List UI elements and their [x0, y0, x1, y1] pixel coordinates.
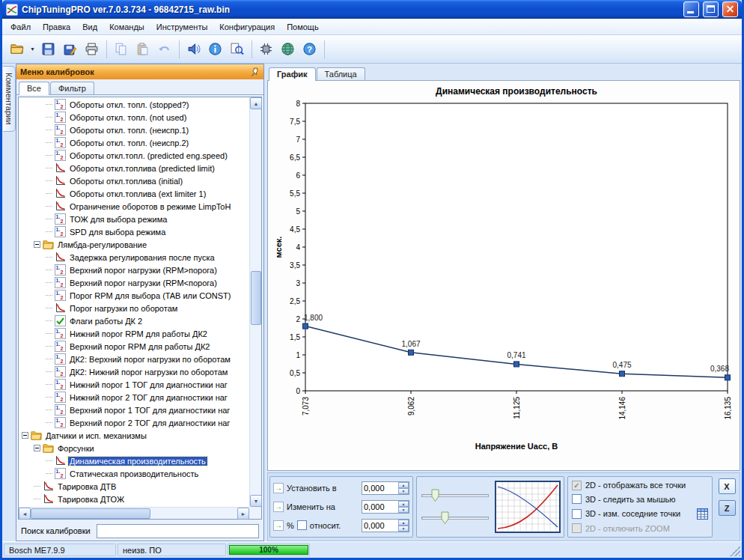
save-button[interactable] — [38, 39, 59, 60]
menu-item-0[interactable]: Файл — [4, 20, 37, 34]
relative-value-input[interactable] — [362, 520, 398, 532]
tree-item[interactable]: Ограничение оборотов в режиме LimpToH — [19, 200, 249, 213]
point-slider-2[interactable] — [420, 510, 490, 526]
tree-item[interactable]: Обороты откл.топлива (initial) — [19, 174, 249, 187]
point-slider-1[interactable] — [420, 487, 490, 504]
save-edit-button[interactable] — [60, 39, 81, 60]
calib-tab-1[interactable]: Фильтр — [50, 82, 94, 94]
tree-item[interactable]: 1.2Нижний порог RPM для работы ДК2 — [19, 327, 249, 340]
checkbox[interactable]: ✓ — [572, 481, 582, 490]
scrollbar-track[interactable] — [31, 508, 237, 519]
calibration-search-input[interactable] — [97, 524, 259, 538]
tree-item[interactable]: 1.2ТОЖ для выбора режима — [19, 213, 249, 225]
spin-up-icon[interactable]: ▲ — [398, 482, 409, 488]
tree-item[interactable]: Тарировка ДТВ — [19, 480, 249, 493]
curve-preview[interactable] — [495, 481, 561, 533]
spin-down-icon[interactable]: ▼ — [398, 526, 409, 532]
print-button[interactable] — [82, 39, 103, 60]
tree-item[interactable]: 1.2Обороты откл.топл. (predicted eng.spe… — [19, 149, 249, 162]
tree-item[interactable]: 1.2Нижний порог 1 ТОГ для диагностики на… — [19, 378, 249, 391]
slider-track[interactable] — [421, 517, 489, 520]
open-dropdown-icon[interactable]: ▼ — [28, 46, 37, 52]
menu-item-6[interactable]: Помощь — [281, 20, 325, 34]
slider-thumb[interactable] — [431, 489, 439, 502]
scroll-left-icon[interactable]: ◄ — [19, 508, 31, 520]
tree-horizontal-scrollbar[interactable]: ◄ ► — [19, 507, 249, 519]
tree-item[interactable]: 1.2Верхний порог RPM для работы ДК2 — [19, 340, 249, 353]
set-value-input[interactable] — [362, 482, 398, 494]
chart-area[interactable]: Динамическая производительность00,511,52… — [267, 80, 740, 471]
calib-tab-0[interactable]: Все — [19, 82, 49, 95]
tree-item[interactable]: Датчики и исп. механизмы — [19, 429, 249, 442]
resize-grip[interactable] — [730, 546, 740, 556]
spin-up-icon[interactable]: ▲ — [398, 501, 409, 507]
performance-chart[interactable]: Динамическая производительность00,511,52… — [268, 81, 740, 470]
open-button[interactable] — [6, 39, 27, 60]
menu-item-1[interactable]: Правка — [37, 20, 76, 34]
checkbox[interactable] — [572, 509, 582, 519]
tree-item[interactable]: 1.2Верхний порог 2 ТОГ для диагностики н… — [19, 416, 249, 429]
checksum-button[interactable] — [183, 39, 204, 60]
internet-button[interactable] — [278, 39, 299, 60]
tree-expander-icon[interactable] — [34, 241, 40, 248]
tree-expander-icon[interactable] — [34, 445, 40, 451]
tree-item[interactable]: Тарировка ДТОЖ — [19, 493, 249, 505]
tree-item[interactable]: 1.2Обороты откл. топл. (stopped?) — [19, 98, 249, 111]
close-button[interactable] — [722, 1, 738, 17]
tree-item[interactable]: 1.2Порог RPM для выбора (TAB или CONST) — [19, 289, 249, 302]
spin-down-icon[interactable]: ▼ — [398, 488, 409, 494]
scrollbar-thumb[interactable] — [31, 508, 150, 519]
tree-item[interactable]: 1.2Нижний порог 2 ТОГ для диагностики на… — [19, 391, 249, 404]
tree-item[interactable]: Задержка регулирования после пуска — [19, 251, 249, 264]
slider-thumb[interactable] — [441, 511, 449, 525]
paste-button[interactable] — [132, 39, 153, 60]
tree-item[interactable]: Обороты откл.топлива (predicted limit) — [19, 162, 249, 174]
menu-item-3[interactable]: Команды — [103, 20, 150, 34]
undo-button[interactable] — [154, 39, 175, 60]
tree-item[interactable]: Форсунки — [19, 442, 249, 454]
comments-dock-tab[interactable]: Комментарии — [3, 66, 16, 132]
scroll-right-icon[interactable]: ► — [237, 508, 249, 520]
grid-icon[interactable] — [697, 508, 708, 520]
x-axis-button[interactable]: X — [719, 478, 736, 494]
scrollbar-thumb[interactable] — [251, 271, 261, 325]
tree-expander-icon[interactable] — [22, 432, 28, 439]
tree-item[interactable]: 1.2Обороты откл. топл. (неиспр.2) — [19, 136, 249, 149]
tree-item[interactable]: 1.2Верхний порог 1 ТОГ для диагностики н… — [19, 404, 249, 416]
scroll-up-icon[interactable]: ▲ — [250, 97, 262, 109]
preview-button[interactable] — [227, 39, 248, 60]
menu-item-2[interactable]: Вид — [76, 20, 103, 34]
tree-item[interactable]: 1.2Обороты откл. топл. (неиспр.1) — [19, 124, 249, 136]
copy-button[interactable] — [111, 39, 132, 60]
view-tab-1[interactable]: Таблица — [317, 67, 365, 80]
menu-item-4[interactable]: Инструменты — [150, 20, 214, 34]
minimize-button[interactable] — [683, 1, 699, 17]
scrollbar-track[interactable] — [250, 109, 261, 495]
tree-item[interactable]: Флаги работы ДК 2 — [19, 314, 249, 327]
tree-item[interactable]: 1.2Статическая производительность — [19, 467, 249, 480]
scroll-down-icon[interactable]: ▼ — [250, 495, 262, 507]
tree-item[interactable]: 1.2Верхний порог нагрузки (RPM<порога) — [19, 276, 249, 289]
view-tab-0[interactable]: График — [269, 67, 316, 81]
tree-item[interactable]: Порог нагрузки по оборотам — [19, 302, 249, 314]
tree-item[interactable]: 1.2Обороты откл. топл. (not used) — [19, 111, 249, 124]
checkbox[interactable] — [572, 494, 582, 504]
spin-up-icon[interactable]: ▲ — [398, 520, 409, 526]
titlebar[interactable]: ChipTuningPRO ver.7.0.3.734 - 96842715_r… — [2, 0, 742, 19]
tree-item[interactable]: 1.2SPD для выбора режима — [19, 225, 249, 238]
tools-button[interactable] — [256, 39, 277, 60]
menu-item-5[interactable]: Конфигурация — [213, 20, 281, 34]
pin-icon[interactable] — [250, 67, 260, 77]
info-button[interactable] — [205, 39, 226, 60]
spin-down-icon[interactable]: ▼ — [398, 507, 409, 513]
tree-item[interactable]: Динамическая производительность — [19, 454, 249, 467]
relative-checkbox[interactable] — [297, 520, 307, 530]
help-button[interactable]: ? — [299, 39, 320, 60]
maximize-button[interactable] — [703, 1, 719, 17]
tree-item[interactable]: 1.2Верхний порог нагрузки (RPM>порога) — [19, 264, 249, 276]
tree-item[interactable]: 1.2ДК2: Верхний порог нагрузки по оборот… — [19, 353, 249, 365]
z-axis-button[interactable]: Z — [719, 500, 736, 516]
tree-item[interactable]: Обороты откл.топлива (ext limiter 1) — [19, 187, 249, 200]
tree-item[interactable]: Лямбда-регулирование — [19, 238, 249, 251]
checkbox[interactable] — [572, 523, 582, 533]
